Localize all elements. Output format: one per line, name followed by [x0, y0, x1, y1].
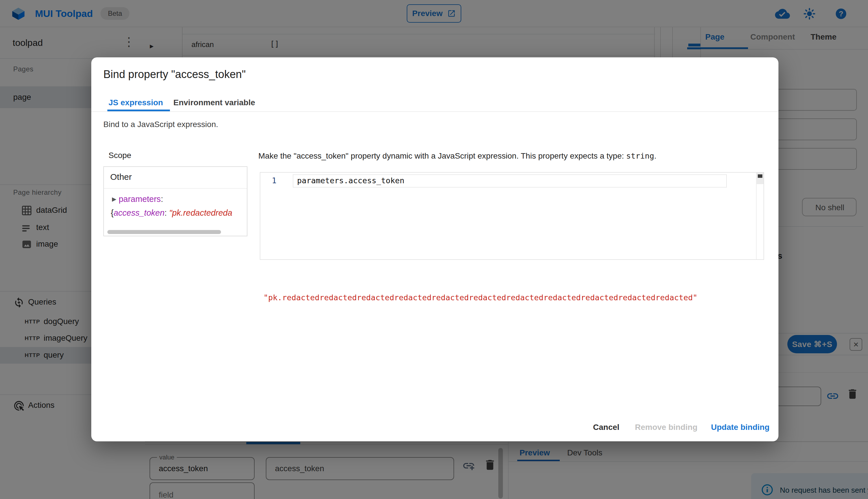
evaluated-result: "pk.redactedredactedredactedredactedreda…: [263, 293, 757, 302]
cancel-button[interactable]: Cancel: [593, 423, 619, 432]
update-binding-button[interactable]: Update binding: [711, 423, 770, 432]
divider: [91, 111, 778, 112]
tree-colon: :: [161, 194, 163, 204]
tree-colon: :: [165, 208, 169, 217]
tab-js-expression[interactable]: JS expression: [108, 98, 163, 107]
binding-description: Make the "access_token" property dynamic…: [258, 151, 766, 161]
tree-key: parameters: [119, 194, 161, 204]
tree-expander-icon[interactable]: ▶: [112, 196, 116, 202]
tree-string-value: "pk.redactedreda: [169, 208, 232, 217]
remove-binding-button[interactable]: Remove binding: [635, 423, 698, 432]
minimap-divider: [756, 173, 757, 259]
tree-key-access-token: access_token: [114, 208, 165, 217]
scope-tree-value: {access_token: "pk.redactedreda: [111, 208, 243, 222]
description-period: .: [654, 151, 656, 160]
editor-code: parameters.access_token: [297, 176, 404, 185]
description-type: string: [626, 151, 654, 160]
scope-box: Other ▶ parameters: {access_token: "pk.r…: [103, 166, 247, 236]
scope-group-label: Other: [110, 172, 132, 182]
js-expression-editor[interactable]: 1 parameters.access_token: [260, 172, 764, 260]
description-text: Make the "access_token" property dynamic…: [258, 151, 626, 160]
bind-property-dialog: Bind property "access_token" JS expressi…: [91, 57, 778, 441]
scope-label: Scope: [108, 151, 131, 160]
scope-tree-parameters[interactable]: ▶ parameters:: [112, 194, 243, 207]
toolpad-editor-screen: MUI Toolpad Beta Preview: [0, 0, 868, 499]
dialog-subtitle: Bind to a JavaScript expression.: [103, 120, 218, 129]
editor-line-number: 1: [272, 176, 276, 185]
scope-hscrollbar[interactable]: [107, 230, 221, 234]
divider: [104, 188, 247, 189]
tree-brace: {: [111, 208, 114, 217]
dialog-title: Bind property "access_token": [103, 68, 246, 81]
minimap-code-blob: [758, 174, 762, 178]
tab-environment-variable[interactable]: Environment variable: [174, 98, 255, 107]
